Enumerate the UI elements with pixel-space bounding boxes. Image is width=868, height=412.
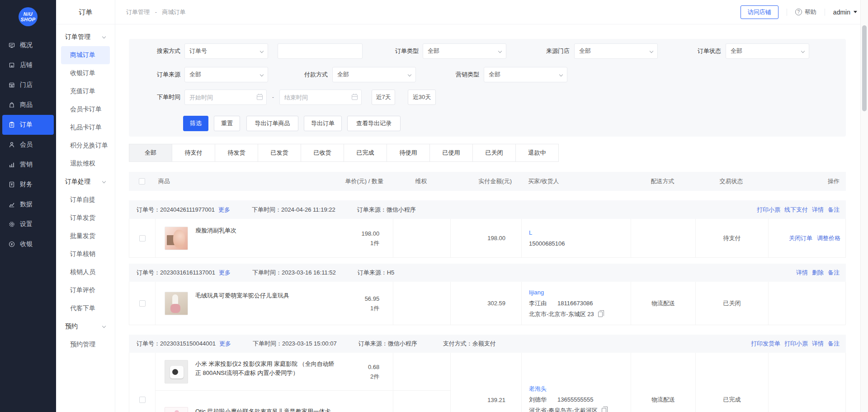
subnav-item-order-reviews[interactable]: 订单评价 bbox=[61, 281, 110, 299]
remark-link[interactable]: 备注 bbox=[828, 340, 840, 348]
tab-used[interactable]: 已使用 bbox=[429, 144, 473, 162]
subnav-group-order-process[interactable]: 订单处理 bbox=[61, 173, 110, 191]
filter-button[interactable]: 筛选 bbox=[183, 116, 208, 131]
copy-icon[interactable] bbox=[598, 312, 603, 317]
end-time-field bbox=[279, 90, 362, 105]
help-link[interactable]: 帮助 bbox=[795, 8, 816, 16]
primary-nav-members[interactable]: 会员 bbox=[2, 135, 54, 155]
subnav-item-points-orders[interactable]: 积分兑换订单 bbox=[61, 137, 110, 155]
export-orders-button[interactable]: 导出订单 bbox=[304, 116, 342, 131]
subnav-item-gift-card-orders[interactable]: 礼品卡订单 bbox=[61, 118, 110, 137]
print-receipt-link[interactable]: 打印小票 bbox=[784, 340, 808, 348]
paid-amount: 139.21 bbox=[450, 353, 521, 412]
tab-shipped[interactable]: 已发货 bbox=[258, 144, 301, 162]
chevron-down-icon bbox=[498, 49, 502, 53]
tab-completed[interactable]: 已完成 bbox=[344, 144, 387, 162]
print-shipping-link[interactable]: 打印发货单 bbox=[751, 340, 780, 348]
primary-nav-finance[interactable]: 财务 bbox=[2, 175, 54, 194]
niushop-logo[interactable]: NiU SHOP bbox=[19, 7, 38, 26]
subnav-item-order-shipping[interactable]: 订单发货 bbox=[61, 209, 110, 227]
start-time-input[interactable] bbox=[184, 90, 267, 105]
adjust-price-link[interactable]: 调整价格 bbox=[817, 234, 840, 242]
tab-refunding[interactable]: 退款中 bbox=[515, 144, 559, 162]
detail-link[interactable]: 详情 bbox=[812, 206, 824, 214]
scrollbar-thumb[interactable] bbox=[862, 25, 867, 111]
order-source-select[interactable]: 全部 bbox=[184, 67, 268, 82]
last-30-days-button[interactable]: 近30天 bbox=[408, 90, 436, 105]
source-store-select[interactable]: 全部 bbox=[574, 43, 658, 59]
export-history-button[interactable]: 查看导出记录 bbox=[347, 116, 401, 131]
more-link[interactable]: 更多 bbox=[218, 206, 230, 214]
subnav-item-verify-staff[interactable]: 核销人员 bbox=[61, 263, 110, 281]
primary-nav-data[interactable]: 数据 bbox=[2, 194, 54, 214]
more-link[interactable]: 更多 bbox=[219, 269, 231, 277]
end-time-input[interactable] bbox=[279, 90, 362, 105]
search-keyword-input[interactable] bbox=[278, 43, 363, 59]
delete-link[interactable]: 删除 bbox=[812, 269, 824, 277]
subnav-item-mall-orders[interactable]: 商城订单 bbox=[61, 46, 110, 64]
buyer-nickname-link[interactable]: 老泡头 bbox=[529, 385, 547, 392]
primary-nav-goods[interactable]: 商品 bbox=[2, 95, 54, 115]
user-menu[interactable]: admin bbox=[833, 9, 857, 16]
calendar-icon[interactable] bbox=[257, 95, 263, 100]
remark-link[interactable]: 备注 bbox=[828, 269, 840, 277]
buyer-address: 北京市-北京市-东城区 23 bbox=[529, 311, 594, 317]
order-checkbox[interactable] bbox=[139, 397, 146, 403]
copy-icon[interactable] bbox=[602, 408, 606, 412]
detail-link[interactable]: 详情 bbox=[812, 340, 824, 348]
col-action: 操作 bbox=[768, 177, 846, 185]
export-order-goods-button[interactable]: 导出订单商品 bbox=[246, 116, 298, 131]
primary-nav-marketing[interactable]: 营销 bbox=[2, 155, 54, 175]
tab-received[interactable]: 已收货 bbox=[301, 144, 344, 162]
order-checkbox[interactable] bbox=[139, 300, 146, 307]
tab-pending-payment[interactable]: 待支付 bbox=[172, 144, 215, 162]
subnav-item-proxy-order[interactable]: 代客下单 bbox=[61, 299, 110, 317]
tab-all[interactable]: 全部 bbox=[129, 144, 172, 162]
primary-nav-orders[interactable]: 订单 bbox=[2, 115, 54, 135]
detail-link[interactable]: 详情 bbox=[796, 269, 808, 277]
subnav-item-member-card-orders[interactable]: 会员卡订单 bbox=[61, 100, 110, 118]
buyer-nickname-link[interactable]: lijiang bbox=[529, 289, 544, 296]
col-status: 交易状态 bbox=[695, 177, 768, 185]
calendar-icon[interactable] bbox=[352, 95, 358, 100]
subnav-group-reservation[interactable]: 预约 bbox=[61, 317, 110, 336]
nav-label: 营销 bbox=[20, 161, 33, 169]
offline-pay-link[interactable]: 线下支付 bbox=[784, 206, 808, 214]
subnav-item-recharge-orders[interactable]: 充值订单 bbox=[61, 82, 110, 100]
marketing-type-select[interactable]: 全部 bbox=[484, 67, 567, 82]
buyer-phone: 13655555555 bbox=[557, 396, 594, 403]
visit-shop-button[interactable]: 访问店铺 bbox=[741, 5, 778, 19]
subnav-group-order-manage[interactable]: 订单管理 bbox=[61, 28, 110, 46]
orders-icon bbox=[8, 121, 15, 128]
print-receipt-link[interactable]: 打印小票 bbox=[757, 206, 780, 214]
subnav-item-reservation-manage[interactable]: 预约管理 bbox=[61, 336, 110, 354]
primary-nav-shop[interactable]: 店铺 bbox=[2, 55, 54, 75]
tab-pending-use[interactable]: 待使用 bbox=[387, 144, 430, 162]
order-body: 小米 米家投影仪2 投影仪家用 家庭影院 （全向自动矫正 800ANSI流明不虚… bbox=[129, 353, 846, 412]
search-method-select[interactable]: 订单号 bbox=[184, 43, 268, 59]
tab-closed[interactable]: 已关闭 bbox=[472, 144, 516, 162]
select-all-checkbox[interactable] bbox=[139, 178, 145, 185]
last-7-days-button[interactable]: 近7天 bbox=[372, 90, 395, 105]
subnav-item-order-pickup[interactable]: 订单自提 bbox=[61, 191, 110, 209]
order-type-select[interactable]: 全部 bbox=[423, 43, 506, 59]
more-link[interactable]: 更多 bbox=[219, 340, 231, 348]
primary-nav-settings[interactable]: 设置 bbox=[2, 214, 54, 234]
remark-link[interactable]: 备注 bbox=[828, 206, 840, 214]
primary-nav-cashier[interactable]: 收银 bbox=[2, 234, 54, 254]
order-checkbox[interactable] bbox=[139, 235, 146, 242]
divider bbox=[787, 9, 787, 16]
primary-nav-overview[interactable]: 概况 bbox=[2, 35, 54, 55]
buyer-nickname-link[interactable]: L bbox=[529, 229, 532, 236]
subnav-item-order-verify[interactable]: 订单核销 bbox=[61, 245, 110, 263]
subnav-item-refund-rights[interactable]: 退款维权 bbox=[61, 155, 110, 173]
reset-button[interactable]: 重置 bbox=[214, 116, 240, 131]
product-name: Otic 巴拉啦小魔仙联名款麦克风儿童早教家用一体卡拉OK宝宝话筒唱歌 魔仙粉 bbox=[195, 391, 336, 412]
subnav-item-batch-shipping[interactable]: 批量发货 bbox=[61, 227, 110, 245]
pay-method-select[interactable]: 全部 bbox=[332, 67, 416, 82]
order-status-select[interactable]: 全部 bbox=[726, 43, 809, 59]
primary-nav-store[interactable]: 门店 bbox=[2, 75, 54, 95]
subnav-item-cashier-orders[interactable]: 收银订单 bbox=[61, 64, 110, 82]
tab-pending-shipment[interactable]: 待发货 bbox=[215, 144, 258, 162]
close-order-link[interactable]: 关闭订单 bbox=[789, 234, 812, 242]
